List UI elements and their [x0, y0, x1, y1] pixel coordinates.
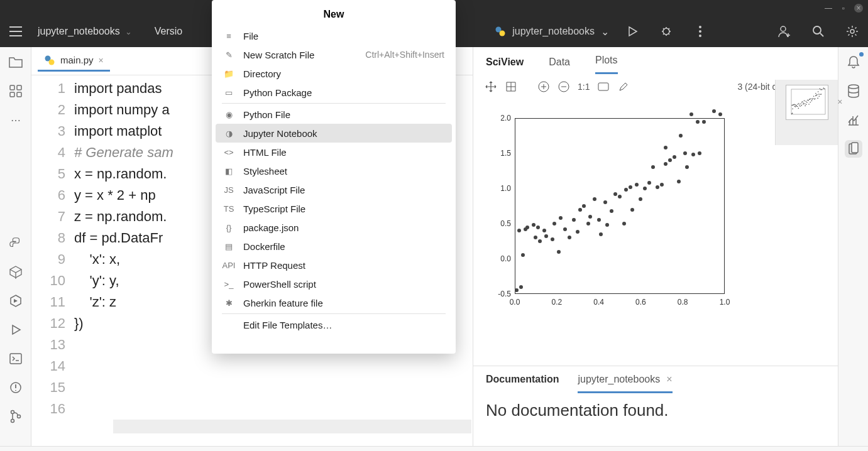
problems-icon[interactable]: [7, 379, 25, 396]
svg-point-38: [796, 106, 797, 107]
run-config[interactable]: jupyter_notebooks ⌄: [495, 26, 609, 38]
chart-icon[interactable]: [845, 111, 862, 129]
documentation-pane: Documentation jupyter_notebooks × No doc…: [473, 366, 838, 446]
services-icon[interactable]: [7, 292, 25, 310]
new-item-file[interactable]: ≡File: [212, 26, 456, 45]
svg-point-83: [823, 88, 824, 89]
python-icon: [44, 55, 55, 66]
grid-icon[interactable]: [505, 80, 517, 93]
right-tool-rail: [838, 47, 868, 446]
folder-icon[interactable]: [7, 53, 25, 71]
item-label: package.json: [243, 222, 299, 233]
new-item-jupyter-notebook[interactable]: ◑Jupyter Notebook: [216, 124, 452, 143]
json-icon: {}: [223, 222, 234, 233]
tab-sciview[interactable]: SciView: [486, 57, 524, 74]
scratch-icon: ✎: [223, 49, 234, 60]
svg-rect-25: [852, 143, 858, 153]
new-item-typescript-file[interactable]: TSTypeScript File: [212, 199, 456, 218]
jupyter-icon: ◑: [223, 128, 234, 139]
new-item-package-json[interactable]: {}package.json: [212, 218, 456, 237]
python-console-icon[interactable]: [7, 234, 25, 252]
svg-point-3: [699, 26, 701, 28]
popup-list: ≡File✎New Scratch FileCtrl+Alt+Shift+Ins…: [212, 26, 456, 334]
database-icon[interactable]: [845, 82, 862, 100]
svg-point-61: [809, 99, 810, 100]
item-label: Directory: [243, 68, 281, 79]
gutter: 12345678910111213141516: [31, 75, 74, 446]
tab-documentation[interactable]: Documentation: [486, 374, 559, 393]
packages-icon[interactable]: [7, 263, 25, 281]
new-item-html-file[interactable]: <>HTML File: [212, 143, 456, 161]
terminal-icon[interactable]: [7, 350, 25, 367]
debug-icon[interactable]: [656, 21, 677, 42]
minimize-icon[interactable]: —: [824, 4, 833, 13]
zoom-actual-label[interactable]: 1:1: [578, 82, 590, 92]
tab-plots[interactable]: Plots: [595, 55, 618, 74]
version-label: Versio: [155, 26, 182, 37]
breadcrumb[interactable]: jupyter_notebooks ⌄: [26, 26, 143, 37]
tab-main-py[interactable]: main.py ×: [38, 51, 110, 72]
item-label: JavaScript File: [243, 185, 305, 195]
new-item-python-package[interactable]: ▭Python Package: [212, 83, 456, 102]
run-icon[interactable]: [622, 21, 643, 42]
item-label: Python Package: [243, 87, 312, 98]
svg-point-36: [794, 106, 796, 107]
tab-doc-project[interactable]: jupyter_notebooks ×: [578, 374, 672, 393]
python-icon: [495, 26, 506, 37]
item-label: TypeScript File: [243, 204, 305, 214]
svg-point-65: [811, 99, 813, 100]
new-item-javascript-file[interactable]: JSJavaScript File: [212, 180, 456, 199]
project-name: jupyter_notebooks: [38, 26, 120, 37]
more-icon[interactable]: ⋯: [7, 111, 25, 129]
close-icon[interactable]: ×: [99, 55, 104, 65]
git-icon[interactable]: [7, 408, 25, 425]
clipboard-icon[interactable]: [845, 140, 862, 158]
new-item-stylesheet[interactable]: ◧Stylesheet: [212, 161, 456, 180]
item-label: Python File: [243, 109, 290, 120]
maximize-icon[interactable]: ▫: [839, 4, 848, 13]
new-item-directory[interactable]: 📁Directory: [212, 64, 456, 83]
zoom-in-icon[interactable]: [537, 80, 550, 93]
shortcut-label: Ctrl+Alt+Shift+Insert: [365, 50, 444, 60]
vcs-menu[interactable]: Versio: [143, 26, 194, 37]
svg-point-23: [849, 85, 859, 89]
new-item-edit-file-templates-[interactable]: Edit File Templates…: [212, 315, 456, 334]
new-item-http-request[interactable]: APIHTTP Request: [212, 256, 456, 274]
close-icon[interactable]: ×: [666, 374, 672, 385]
plot-thumbnail[interactable]: ×: [786, 85, 828, 120]
more-icon[interactable]: [689, 21, 711, 42]
svg-rect-22: [598, 83, 608, 90]
new-item-gherkin-feature-file[interactable]: ✱Gherkin feature file: [212, 293, 456, 312]
move-icon[interactable]: [485, 80, 497, 93]
new-item-python-file[interactable]: ◉Python File: [212, 105, 456, 124]
svg-point-7: [813, 26, 821, 34]
tab-data[interactable]: Data: [549, 57, 570, 74]
close-icon[interactable]: ×: [837, 97, 842, 107]
svg-point-74: [817, 98, 818, 99]
hamburger-icon[interactable]: [5, 21, 26, 42]
svg-rect-13: [10, 354, 21, 364]
close-icon[interactable]: ×: [854, 4, 863, 13]
structure-icon[interactable]: [7, 82, 25, 100]
fit-icon[interactable]: [597, 80, 610, 93]
edit-icon[interactable]: [617, 80, 630, 93]
python-icon: ◉: [223, 109, 234, 120]
item-label: HTML File: [243, 147, 287, 158]
add-user-icon[interactable]: [774, 21, 795, 42]
notifications-icon[interactable]: [845, 53, 862, 71]
svg-point-52: [804, 103, 805, 104]
popup-title: New: [212, 0, 456, 26]
svg-point-43: [799, 104, 800, 106]
new-item-new-scratch-file[interactable]: ✎New Scratch FileCtrl+Alt+Shift+Insert: [212, 45, 456, 64]
new-item-powershell-script[interactable]: >_PowerShell script: [212, 274, 456, 293]
svg-point-55: [805, 104, 806, 106]
search-icon[interactable]: [808, 21, 829, 42]
play-icon[interactable]: [7, 321, 25, 339]
svg-point-40: [797, 104, 798, 105]
gear-icon[interactable]: [842, 21, 863, 42]
svg-point-6: [781, 26, 786, 31]
svg-point-80: [820, 89, 821, 90]
item-label: Edit File Templates…: [243, 320, 332, 330]
new-item-dockerfile[interactable]: ▤Dockerfile: [212, 237, 456, 256]
zoom-out-icon[interactable]: [558, 80, 570, 93]
